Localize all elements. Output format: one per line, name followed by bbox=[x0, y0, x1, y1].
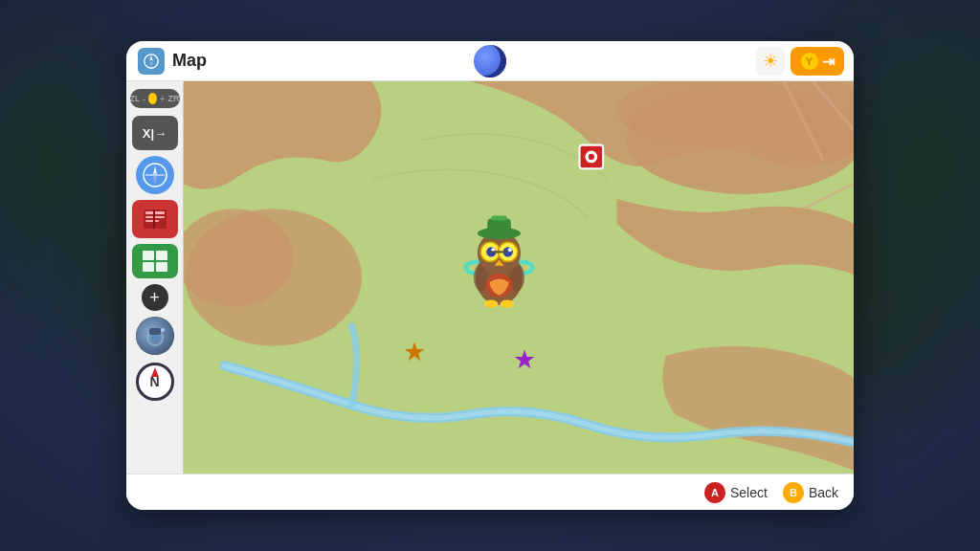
map-sidebar: ZL - + ZR X|→ bbox=[126, 81, 184, 474]
svg-marker-1 bbox=[149, 55, 153, 60]
svg-point-49 bbox=[484, 300, 498, 308]
map-terrain-svg: ★ ★ bbox=[184, 81, 854, 474]
svg-text:★: ★ bbox=[513, 345, 536, 374]
sun-icon: ☀ bbox=[763, 51, 778, 72]
svg-marker-4 bbox=[153, 165, 157, 175]
compass-icon bbox=[143, 53, 160, 70]
zoom-dot bbox=[148, 93, 156, 104]
map-title-icon bbox=[138, 48, 165, 75]
svg-point-17 bbox=[151, 334, 159, 342]
svg-rect-38 bbox=[487, 219, 511, 234]
svg-marker-5 bbox=[153, 175, 157, 185]
svg-point-19 bbox=[161, 328, 165, 332]
select-button-group[interactable]: A Select bbox=[704, 482, 768, 503]
map-window: Map ☀ Y ⇥ ZL - + ZR bbox=[126, 41, 854, 510]
compass-arrow-icon bbox=[151, 367, 159, 377]
zoom-dash: - bbox=[143, 94, 145, 104]
window-title: Map bbox=[172, 51, 207, 71]
y-exit-button[interactable]: Y ⇥ bbox=[791, 47, 844, 76]
y-button-circle: Y bbox=[801, 53, 818, 70]
svg-rect-10 bbox=[145, 220, 159, 222]
title-bar: Map ☀ Y ⇥ bbox=[126, 41, 854, 81]
zoom-minus-label: ZL bbox=[130, 94, 141, 103]
photo-icon bbox=[136, 317, 174, 355]
back-button-group[interactable]: B Back bbox=[783, 482, 838, 503]
zoom-plus-sign: + bbox=[160, 94, 166, 104]
map-content: ZL - + ZR X|→ bbox=[126, 81, 854, 474]
svg-marker-2 bbox=[149, 61, 153, 67]
plus-button[interactable]: + bbox=[142, 284, 168, 311]
svg-rect-15 bbox=[156, 262, 167, 272]
grid-icon bbox=[141, 249, 169, 274]
a-button-circle: A bbox=[704, 482, 725, 503]
x-arrow-button[interactable]: X|→ bbox=[132, 116, 178, 150]
nav-button[interactable] bbox=[136, 156, 174, 194]
svg-rect-12 bbox=[143, 251, 154, 260]
back-label: Back bbox=[809, 485, 838, 500]
svg-point-45 bbox=[508, 248, 512, 252]
bottom-bar: A Select B Back bbox=[126, 474, 854, 510]
book-button[interactable] bbox=[132, 200, 178, 238]
grid-button[interactable] bbox=[132, 244, 178, 278]
exit-icon: ⇥ bbox=[822, 53, 835, 71]
svg-rect-11 bbox=[153, 209, 155, 229]
plus-icon: + bbox=[149, 289, 160, 306]
sun-button[interactable]: ☀ bbox=[756, 47, 785, 76]
svg-rect-14 bbox=[143, 262, 154, 272]
nav-compass-icon bbox=[142, 162, 168, 188]
photo-inner bbox=[136, 317, 174, 355]
zoom-control: ZL - + ZR bbox=[130, 89, 180, 108]
b-button-circle: B bbox=[783, 482, 804, 503]
a-button-label: A bbox=[711, 487, 719, 498]
photo-button[interactable] bbox=[136, 317, 174, 355]
svg-text:★: ★ bbox=[403, 338, 426, 366]
x-arrow-label: X|→ bbox=[143, 126, 167, 141]
svg-rect-39 bbox=[491, 215, 506, 220]
b-button-label: B bbox=[790, 487, 797, 498]
svg-point-50 bbox=[501, 300, 514, 308]
select-label: Select bbox=[730, 485, 768, 500]
svg-rect-13 bbox=[156, 251, 167, 260]
compass-circle: N bbox=[136, 363, 174, 401]
svg-rect-18 bbox=[149, 328, 161, 335]
compass-north-button[interactable]: N bbox=[134, 361, 176, 403]
svg-point-28 bbox=[589, 154, 594, 160]
moon-ball-icon bbox=[474, 45, 506, 77]
zoom-plus-label: ZR bbox=[168, 94, 180, 103]
book-icon bbox=[140, 204, 170, 234]
title-right-controls: ☀ Y ⇥ bbox=[756, 47, 844, 76]
